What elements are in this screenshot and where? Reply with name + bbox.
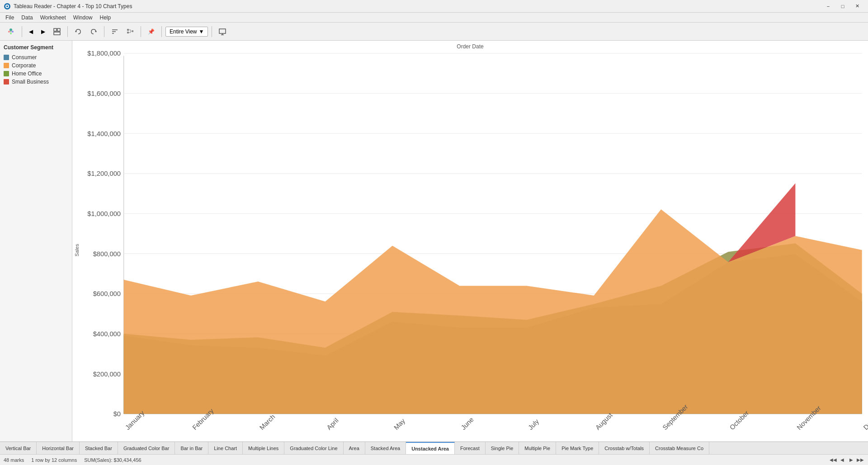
svg-rect-8 [54,28,57,31]
menu-help[interactable]: Help [96,14,115,22]
nav-last-button[interactable]: ▶▶ [856,456,864,464]
nav-next-button[interactable]: ▶ [847,456,855,464]
svg-text:$0: $0 [113,410,121,418]
svg-rect-9 [57,28,60,31]
presentation-icon [219,28,226,35]
sidebar: Customer Segment Consumer Corporate Home… [0,41,72,442]
main-area: Customer Segment Consumer Corporate Home… [0,41,868,442]
tab-graduated-color-bar[interactable]: Graduated Color Bar [118,442,175,454]
tab-graduated-color-line[interactable]: Graduated Color Line [284,442,343,454]
home-icon [7,28,15,36]
window-controls: − □ ✕ [821,2,864,11]
toolbar-separator-2 [67,26,68,37]
sort-button[interactable] [108,26,122,37]
maximize-button[interactable]: □ [835,2,850,11]
svg-text:April: April [326,417,340,431]
chart-area: Order Date Sales [72,41,868,442]
presentation-button[interactable] [216,26,229,37]
tab-single-pie-label: Single Pie [491,446,514,451]
tab-bar-in-bar-label: Bar in Bar [180,446,203,451]
tab-bar: Vertical Bar Horizontal Bar Stacked Bar … [0,442,868,454]
status-nav: ◀◀ ◀ ▶ ▶▶ [829,456,864,464]
legend-label-small-business: Small Business [12,79,49,85]
svg-point-6 [10,33,12,34]
minimize-button[interactable]: − [821,2,835,11]
svg-text:March: March [258,413,276,431]
svg-point-2 [6,5,8,7]
svg-text:$1,400,000: $1,400,000 [87,130,121,137]
tab-pie-mark-type[interactable]: Pie Mark Type [556,442,599,454]
tab-bar-in-bar[interactable]: Bar in Bar [175,442,208,454]
menu-file[interactable]: File [2,14,18,22]
toolbar-separator-3 [104,26,104,37]
tab-forecast-label: Forecast [460,446,480,451]
toolbar-separator-5 [161,26,162,37]
redo-button[interactable] [87,26,100,37]
tab-horizontal-bar-label: Horizontal Bar [42,446,74,451]
view-dropdown-label: Entire View [170,28,197,35]
tab-crosstab-totals[interactable]: Crosstab w/Totals [599,442,650,454]
tab-area[interactable]: Area [344,442,365,454]
menu-data[interactable]: Data [18,14,36,22]
tab-line-chart[interactable]: Line Chart [208,442,243,454]
legend-label-consumer: Consumer [12,54,37,61]
svg-text:$1,000,000: $1,000,000 [87,210,121,217]
toolbar-separator-4 [141,26,141,37]
legend-color-corporate [4,63,9,68]
svg-point-5 [12,31,14,33]
svg-text:June: June [460,416,475,431]
status-marks: 48 marks [4,457,24,463]
toolbar: ◀ ▶ [0,23,868,41]
tab-unstacked-area[interactable]: Unstacked Area [406,442,455,454]
svg-marker-11 [75,30,77,32]
menu-window[interactable]: Window [70,14,96,22]
pin-button[interactable]: 📌 [145,27,158,37]
svg-point-3 [9,28,12,31]
legend-color-small-business [4,79,9,85]
window-title: Tableau Reader - Chapter 4 - Top 10 Char… [14,3,821,9]
tab-multiple-lines-label: Multiple Lines [248,446,278,451]
svg-rect-10 [54,32,60,35]
tab-stacked-bar[interactable]: Stacked Bar [80,442,118,454]
status-bar: 48 marks 1 row by 12 columns SUM(Sales):… [0,454,868,465]
svg-rect-16 [127,29,129,31]
tab-stacked-bar-label: Stacked Bar [85,446,112,451]
legend-item-small-business: Small Business [4,79,68,85]
svg-text:$800,000: $800,000 [93,250,121,258]
tab-horizontal-bar[interactable]: Horizontal Bar [37,442,80,454]
nav-first-button[interactable]: ◀◀ [829,456,837,464]
nav-prev-button[interactable]: ◀ [838,456,846,464]
undo-button[interactable] [71,26,85,37]
tab-stacked-area[interactable]: Stacked Area [365,442,406,454]
forward-button[interactable]: ▶ [38,27,48,37]
svg-rect-23 [219,29,226,33]
tab-multiple-lines[interactable]: Multiple Lines [243,442,284,454]
svg-point-4 [8,31,10,33]
svg-text:December: December [862,404,868,432]
back-button[interactable]: ◀ [26,27,36,37]
tab-vertical-bar[interactable]: Vertical Bar [0,442,37,454]
app-icon [4,3,11,10]
home-button[interactable] [4,26,18,38]
menu-worksheet[interactable]: Worksheet [37,14,70,22]
group-button[interactable] [123,26,137,37]
sort-icon [111,28,118,35]
tab-forecast[interactable]: Forecast [455,442,486,454]
close-button[interactable]: ✕ [850,2,864,11]
tab-single-pie[interactable]: Single Pie [486,442,519,454]
tab-line-chart-label: Line Chart [214,446,237,451]
title-bar: Tableau Reader - Chapter 4 - Top 10 Char… [0,0,868,13]
view-dropdown[interactable]: Entire View ▼ [165,27,208,37]
tab-vertical-bar-label: Vertical Bar [5,446,31,451]
tab-crosstab-measure[interactable]: Crosstab Measure Co [650,442,709,454]
layout-button[interactable] [50,26,64,37]
legend-label-corporate: Corporate [12,62,36,69]
svg-text:$600,000: $600,000 [93,290,121,297]
svg-rect-17 [127,32,129,33]
legend-item-home-office: Home Office [4,70,68,77]
tab-stacked-area-label: Stacked Area [371,446,400,451]
tab-multiple-pie[interactable]: Multiple Pie [519,442,556,454]
svg-text:May: May [392,417,406,431]
legend-label-home-office: Home Office [12,70,42,77]
tab-crosstab-totals-label: Crosstab w/Totals [604,446,644,451]
